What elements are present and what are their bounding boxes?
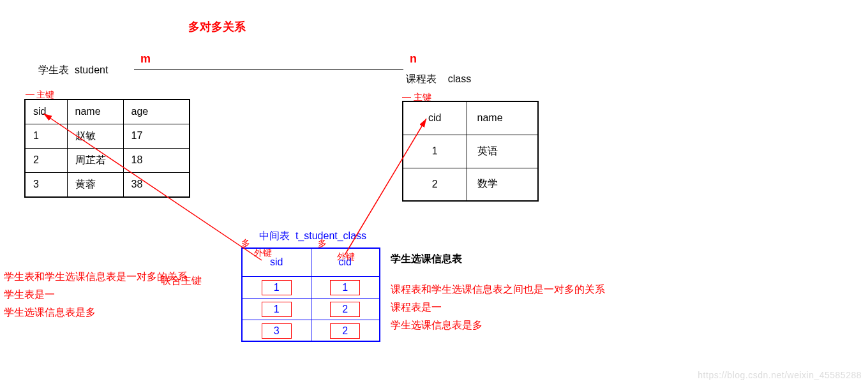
col-sid: sid xyxy=(25,100,67,124)
n-cardinality: n xyxy=(410,52,417,66)
left-note-3: 学生选课信息表是多 xyxy=(4,304,188,321)
col-name: name xyxy=(467,101,538,135)
student-table: sid name age 1 赵敏 17 2 周芷若 18 3 黄蓉 38 xyxy=(24,99,190,198)
watermark: https://blog.csdn.net/weixin_45585288 xyxy=(698,370,862,380)
table-row: 1 2 xyxy=(242,298,380,320)
left-note-2: 学生表是一 xyxy=(4,286,188,304)
mid-label-en: t_student_class xyxy=(296,230,366,241)
m-cardinality: m xyxy=(140,52,151,66)
right-note-1: 课程表和学生选课信息表之间也是一对多的关系 xyxy=(391,281,605,299)
mid-right-label: 学生选课信息表 xyxy=(391,253,462,266)
class-table: cid name 1 英语 2 数学 xyxy=(402,101,539,202)
right-note-3: 学生选课信息表是多 xyxy=(391,316,605,334)
mid-label-cn: 中间表 xyxy=(259,230,290,241)
table-row: 1 1 xyxy=(242,276,380,298)
mid-table-label: 中间表 t_student_class xyxy=(259,230,366,243)
table-row: 3 黄蓉 38 xyxy=(25,172,190,197)
class-pk-tick xyxy=(402,97,411,98)
col-cid: cid xyxy=(403,101,467,135)
class-label-en: class xyxy=(448,73,471,84)
left-notes: 学生表和学生选课信息表是一对多的关系 学生表是一 学生选课信息表是多 xyxy=(4,268,188,321)
diagram-title: 多对多关系 xyxy=(188,19,246,34)
table-row: 1 赵敏 17 xyxy=(25,124,190,148)
student-label-cn: 学生表 xyxy=(38,64,69,75)
table-row: sid name age xyxy=(25,100,190,124)
col-cid: cid xyxy=(311,248,380,276)
right-notes: 课程表和学生选课信息表之间也是一对多的关系 课程表是一 学生选课信息表是多 xyxy=(391,281,605,334)
mn-connector xyxy=(134,69,403,70)
table-row: 2 周芷若 18 xyxy=(25,148,190,172)
col-sid: sid xyxy=(242,248,311,276)
student-pk-tick xyxy=(26,94,34,95)
col-name: name xyxy=(67,100,123,124)
class-table-label: 课程表 class xyxy=(406,73,471,86)
table-row: 2 数学 xyxy=(403,168,538,201)
student-label-en: student xyxy=(75,64,108,75)
table-row: sid cid xyxy=(242,248,380,276)
left-note-1: 学生表和学生选课信息表是一对多的关系 xyxy=(4,268,188,286)
table-row: cid name xyxy=(403,101,538,135)
mid-table: sid cid 1 1 1 2 3 2 xyxy=(241,247,380,342)
joint-pk-label: 联合主键 xyxy=(161,274,202,288)
class-label-cn: 课程表 xyxy=(406,73,437,84)
table-row: 3 2 xyxy=(242,320,380,341)
table-row: 1 英语 xyxy=(403,135,538,168)
col-age: age xyxy=(123,100,190,124)
right-note-2: 课程表是一 xyxy=(391,299,605,316)
student-table-label: 学生表 student xyxy=(38,64,108,77)
